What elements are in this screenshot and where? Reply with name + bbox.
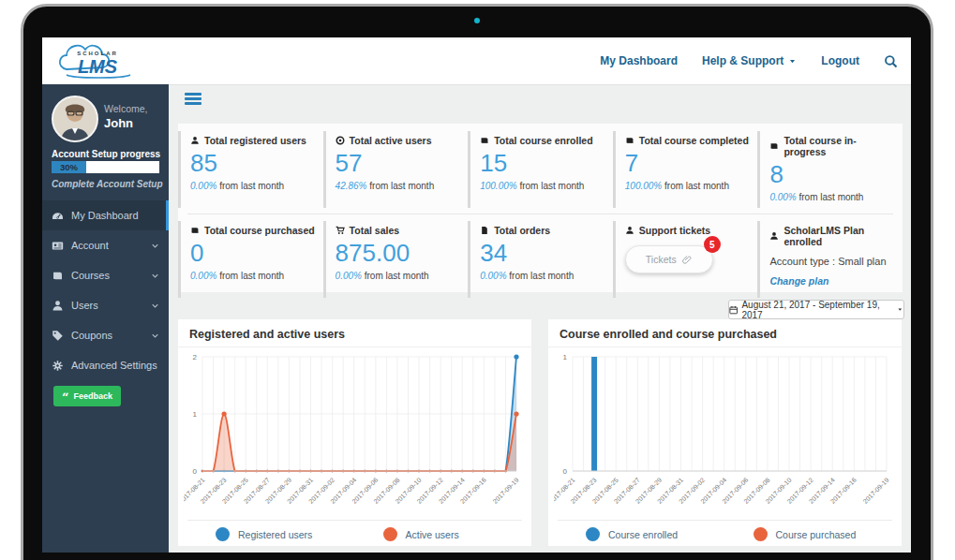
stat-card-course-enrolled: Total course enrolled 15 100.00% from la… [468, 131, 613, 208]
book-icon [52, 270, 64, 282]
stats-panel: Total registered users 85 0.00% from las… [178, 124, 903, 292]
legend-item-registered-users[interactable]: Registered users [187, 527, 355, 541]
svg-text:2017-09-19: 2017-09-19 [861, 477, 889, 505]
sidebar-item-advanced-settings[interactable]: Advanced Settings [42, 350, 169, 380]
stat-value: 85 [190, 150, 318, 176]
chart-title: Registered and active users [178, 319, 531, 347]
nav-my-dashboard-label: My Dashboard [600, 54, 678, 67]
stat-card-course-purchased: Total course purchased 0 0.00% from last… [178, 221, 323, 298]
main-content: Total registered users 85 0.00% from las… [169, 84, 911, 553]
search-icon[interactable] [884, 54, 898, 68]
svg-text:LMS: LMS [78, 56, 118, 77]
app-screen: SCHOLAR LMS My Dashboard Help & Support … [42, 37, 911, 553]
legend-item-course-purchased[interactable]: Course purchased [725, 527, 893, 541]
svg-text:1: 1 [193, 410, 198, 419]
stat-suffix: from last month [219, 181, 284, 191]
hamburger-menu-icon[interactable] [185, 93, 201, 107]
sidebar-item-users[interactable]: Users [42, 290, 169, 320]
account-type-value: Small plan [838, 256, 886, 267]
stat-suffix: from last month [219, 271, 284, 281]
stat-percent: 0.00% [336, 271, 362, 281]
sidebar: Welcome, John Account Setup progress 30%… [42, 84, 169, 553]
avatar-photo [53, 97, 97, 140]
complete-account-setup-link[interactable]: Complete Account Setup [52, 179, 163, 189]
nav-logout[interactable]: Logout [821, 54, 859, 67]
sidebar-item-my-dashboard[interactable]: My Dashboard [42, 200, 169, 230]
nav-logout-label: Logout [821, 54, 859, 67]
legend-dot-blue [216, 527, 230, 541]
feedback-button[interactable]: “ Feedback [53, 386, 121, 406]
stat-card-total-sales: Total sales 875.00 0.00% from last month [323, 221, 469, 298]
stat-label: ScholarLMS Plan enrolled [783, 225, 897, 247]
sidebar-item-label: Courses [71, 270, 110, 281]
legend-label: Registered users [238, 529, 312, 540]
legend-label: Active users [406, 529, 459, 540]
sidebar-item-label: Account [71, 240, 109, 251]
stat-suffix: from last month [509, 271, 574, 281]
sidebar-item-label: Users [71, 300, 98, 311]
legend-item-active-users[interactable]: Active users [355, 527, 523, 541]
legend-label: Course purchased [776, 529, 857, 540]
svg-text:0: 0 [563, 467, 568, 476]
stat-card-course-completed: Total course completed 7 100.00% from la… [613, 131, 758, 208]
stat-percent: 100.00% [625, 181, 662, 191]
stat-suffix: from last month [519, 181, 584, 191]
stat-percent: 0.00% [190, 181, 216, 191]
sidebar-item-account[interactable]: Account [42, 230, 169, 260]
stat-value: 57 [336, 150, 463, 176]
id-card-icon [52, 240, 64, 252]
user-icon [769, 231, 779, 241]
calendar-icon [729, 305, 738, 315]
chart-title: Course enrolled and course purchased [548, 319, 902, 347]
header-nav: My Dashboard Help & Support Logout [600, 37, 898, 84]
stat-percent: 42.86% [336, 181, 367, 191]
cart-icon [336, 226, 345, 235]
chevron-down-icon [151, 302, 159, 310]
stat-card-registered-users: Total registered users 85 0.00% from las… [178, 131, 323, 208]
progress-fill: 30% [52, 161, 86, 173]
chart-card-course-enrolled-purchased: Course enrolled and course purchased 012… [548, 319, 902, 546]
stat-value: 7 [625, 150, 753, 176]
stat-percent: 0.00% [190, 271, 216, 281]
user-icon [625, 226, 634, 235]
stat-value: 0 [190, 240, 318, 266]
stat-label: Total active users [350, 135, 432, 146]
tickets-button[interactable]: Tickets [625, 245, 713, 273]
stat-label: Total course completed [639, 135, 749, 146]
stats-row-1: Total registered users 85 0.00% from las… [178, 131, 903, 208]
change-plan-link[interactable]: Change plan [769, 275, 897, 287]
stat-percent: 0.00% [769, 192, 796, 202]
svg-text:2: 2 [193, 353, 198, 361]
bar-chart-course-enrolled-purchased[interactable]: 012017-08-212017-08-232017-08-252017-08-… [554, 349, 896, 520]
line-chart-registered-active-users[interactable]: 0122017-08-212017-08-232017-08-252017-08… [184, 349, 526, 520]
book-icon [480, 136, 489, 145]
sidebar-item-coupons[interactable]: Coupons [42, 320, 169, 350]
tag-icon [52, 330, 64, 342]
avatar[interactable] [52, 96, 98, 142]
stat-card-total-orders: Total orders 34 0.00% from last month [468, 221, 613, 298]
chart-card-registered-active-users: Registered and active users 0122017-08-2… [178, 319, 531, 546]
scholar-lms-logo[interactable]: SCHOLAR LMS [55, 39, 140, 82]
sidebar-menu: My Dashboard Account Courses Users Coupo… [42, 200, 169, 380]
book-icon [625, 136, 634, 145]
file-icon [480, 226, 489, 235]
book-icon [190, 226, 200, 235]
stat-label: Total registered users [204, 135, 306, 146]
stat-value: 34 [480, 240, 607, 266]
chart-legend: Registered users Active users [187, 520, 522, 541]
user-name: John [104, 116, 133, 130]
sidebar-item-courses[interactable]: Courses [42, 260, 169, 290]
account-type-label: Account type : [769, 256, 835, 267]
chevron-down-icon [151, 242, 159, 250]
stat-percent: 100.00% [480, 181, 516, 191]
caret-down-icon [897, 306, 903, 313]
nav-help-support[interactable]: Help & Support [702, 54, 797, 67]
stat-label: Total course purchased [204, 225, 315, 236]
date-range-picker[interactable]: August 21, 2017 - September 19, 2017 [728, 300, 904, 319]
legend-item-course-enrolled[interactable]: Course enrolled [558, 527, 725, 541]
gears-icon [52, 360, 64, 372]
legend-dot-orange [383, 527, 397, 541]
svg-text:1: 1 [563, 353, 568, 361]
nav-my-dashboard[interactable]: My Dashboard [600, 54, 678, 67]
top-header: SCHOLAR LMS My Dashboard Help & Support … [42, 37, 911, 85]
